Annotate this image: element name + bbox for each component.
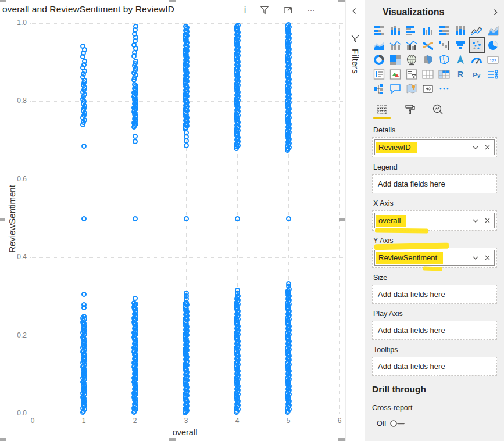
get-more-visuals-icon[interactable] bbox=[438, 83, 451, 95]
data-point[interactable] bbox=[131, 300, 137, 306]
power-automate-icon[interactable] bbox=[421, 83, 434, 95]
card-icon[interactable]: 123 bbox=[487, 53, 499, 66]
python-visual-icon[interactable]: Py bbox=[470, 68, 483, 81]
scatter-chart-icon[interactable] bbox=[470, 39, 483, 52]
resize-handle-bottom-center[interactable] bbox=[169, 438, 176, 441]
toggle-state-label: Off bbox=[377, 420, 386, 428]
data-point[interactable] bbox=[81, 144, 87, 149]
x-gridline bbox=[33, 23, 33, 414]
chevron-down-icon[interactable] bbox=[472, 144, 479, 151]
resize-handle-bottom-right[interactable] bbox=[338, 438, 345, 441]
stacked-bar-chart-icon[interactable] bbox=[373, 24, 385, 37]
data-point[interactable] bbox=[184, 216, 189, 221]
line-and-stacked-column-chart-icon[interactable] bbox=[389, 39, 402, 52]
map-icon[interactable] bbox=[405, 53, 418, 66]
multi-row-card-icon[interactable] bbox=[373, 68, 385, 81]
gauge-icon[interactable] bbox=[470, 53, 483, 66]
matrix-icon[interactable] bbox=[438, 68, 451, 81]
data-point[interactable] bbox=[81, 314, 87, 319]
data-point[interactable] bbox=[81, 216, 87, 221]
data-point[interactable] bbox=[132, 82, 137, 87]
kpi-icon[interactable] bbox=[389, 68, 402, 81]
field-pill-overall[interactable]: overall bbox=[374, 213, 495, 228]
line-and-clustered-column-chart-icon[interactable] bbox=[405, 39, 418, 52]
shape-map-icon[interactable] bbox=[438, 53, 451, 66]
data-point[interactable] bbox=[235, 216, 240, 221]
hundred-stacked-column-chart-icon[interactable] bbox=[454, 24, 467, 37]
expand-chevron-icon[interactable] bbox=[491, 8, 499, 16]
data-point[interactable] bbox=[184, 143, 189, 148]
arcgis-map-icon[interactable] bbox=[405, 83, 418, 95]
data-point[interactable] bbox=[81, 302, 87, 307]
empty-well-legend[interactable]: Add data fields here bbox=[372, 174, 497, 193]
donut-chart-icon[interactable] bbox=[373, 53, 385, 66]
clustered-column-chart-icon[interactable] bbox=[421, 24, 434, 37]
resize-handle-top-left[interactable] bbox=[0, 0, 6, 2]
chevron-down-icon[interactable] bbox=[472, 254, 479, 261]
data-point[interactable] bbox=[133, 296, 138, 301]
data-point[interactable] bbox=[81, 292, 87, 297]
decomposition-tree-icon[interactable] bbox=[373, 83, 385, 95]
key-influencers-icon[interactable] bbox=[487, 68, 499, 81]
remove-field-icon[interactable] bbox=[484, 217, 491, 224]
format-tab[interactable] bbox=[401, 103, 419, 119]
data-point[interactable] bbox=[286, 22, 291, 27]
r-script-visual-icon[interactable]: R bbox=[454, 68, 467, 81]
empty-well-size[interactable]: Add data fields here bbox=[372, 285, 497, 304]
pie-chart-icon[interactable] bbox=[487, 39, 499, 52]
data-point[interactable] bbox=[286, 216, 291, 221]
collapse-chevron-icon[interactable] bbox=[351, 7, 359, 15]
filters-funnel-icon[interactable] bbox=[351, 34, 360, 43]
treemap-icon[interactable] bbox=[389, 53, 402, 66]
data-point[interactable] bbox=[133, 139, 138, 144]
data-point[interactable] bbox=[133, 216, 138, 221]
data-point[interactable] bbox=[235, 23, 241, 28]
data-point[interactable] bbox=[183, 24, 188, 29]
hundred-stacked-bar-chart-icon[interactable] bbox=[438, 24, 451, 37]
data-point[interactable] bbox=[235, 288, 240, 293]
table-icon[interactable] bbox=[421, 68, 434, 81]
visual-type-gallery: 123RPy bbox=[365, 20, 504, 96]
ribbon-chart-icon[interactable] bbox=[421, 39, 434, 52]
remove-field-icon[interactable] bbox=[484, 254, 491, 261]
resize-handle-top-right[interactable] bbox=[338, 0, 345, 2]
area-chart-icon[interactable] bbox=[487, 24, 499, 37]
resize-handle-mid-left[interactable] bbox=[0, 218, 5, 221]
line-chart-icon[interactable] bbox=[470, 24, 483, 37]
waterfall-chart-icon[interactable] bbox=[438, 39, 451, 52]
x-tick-label: 1 bbox=[77, 417, 91, 425]
empty-well-tooltips[interactable]: Add data fields here bbox=[372, 357, 497, 376]
slicer-icon[interactable] bbox=[405, 68, 418, 81]
format-tab-active-underline bbox=[401, 117, 419, 119]
clustered-bar-chart-icon[interactable] bbox=[405, 24, 418, 37]
empty-well-play-axis[interactable]: Add data fields here bbox=[372, 321, 497, 340]
q-and-a-icon[interactable] bbox=[389, 83, 402, 95]
y-gridline bbox=[30, 180, 343, 180]
analytics-tab[interactable] bbox=[429, 103, 446, 119]
resize-handle-bottom-left[interactable] bbox=[0, 438, 6, 441]
data-point[interactable] bbox=[184, 130, 189, 135]
highlight-annotation bbox=[423, 266, 442, 271]
fields-tab[interactable] bbox=[373, 103, 391, 119]
azure-map-icon[interactable] bbox=[454, 53, 467, 66]
resize-handle-top-center[interactable] bbox=[169, 0, 176, 2]
scatter-chart-visual[interactable]: overall and ReviewSentiment by ReviewID … bbox=[1, 1, 344, 440]
chevron-down-icon[interactable] bbox=[472, 217, 479, 224]
data-point[interactable] bbox=[286, 281, 291, 286]
data-point[interactable] bbox=[184, 291, 189, 296]
remove-field-icon[interactable] bbox=[484, 144, 491, 150]
filters-pane-title[interactable]: Filters bbox=[351, 49, 360, 74]
data-point[interactable] bbox=[133, 24, 138, 29]
data-point[interactable] bbox=[133, 134, 138, 139]
resize-handle-mid-right[interactable] bbox=[339, 218, 345, 221]
field-pill-ReviewSentiment[interactable]: ReviewSentiment bbox=[374, 250, 495, 266]
data-point[interactable] bbox=[133, 59, 138, 64]
cross-report-toggle[interactable] bbox=[389, 419, 407, 428]
filled-map-icon[interactable] bbox=[421, 53, 434, 66]
field-pill-ReviewID[interactable]: ReviewID bbox=[374, 139, 495, 155]
x-tick-label: 2 bbox=[128, 417, 142, 425]
data-point[interactable] bbox=[80, 44, 85, 49]
stacked-column-chart-icon[interactable] bbox=[389, 24, 402, 37]
funnel-chart-icon[interactable] bbox=[454, 39, 467, 52]
stacked-area-chart-icon[interactable] bbox=[373, 39, 385, 52]
